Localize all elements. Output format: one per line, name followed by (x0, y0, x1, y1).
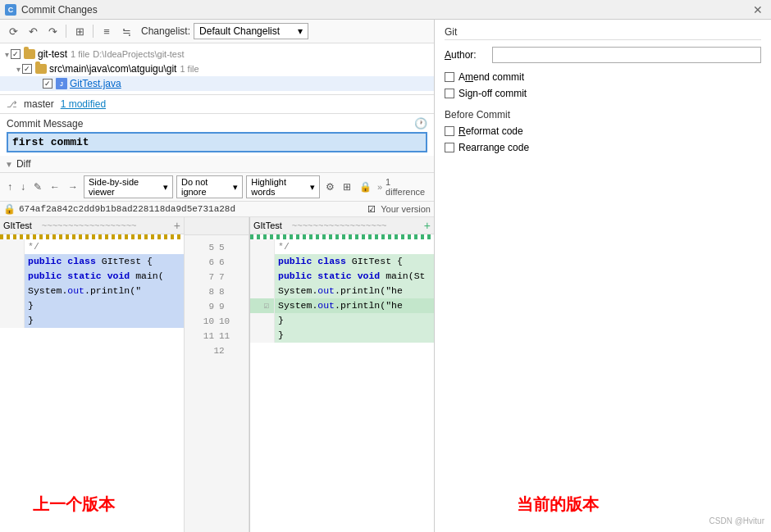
diff-hash-row: 🔒 674af2a842c2dd9b1b8ad228118da9d5e731a2… (0, 202, 434, 217)
changelist-dropdown[interactable]: Default Changelist ▾ (194, 23, 308, 39)
window-title: Commit Changes (21, 4, 98, 16)
folder-icon (24, 49, 35, 59)
right-panel-header: GItTest ~~~~~~~~~~~~~~~~~~ + (250, 217, 434, 234)
tree-row-src[interactable]: ▾ src\main\java\com\atguigu\git 1 file (0, 61, 434, 76)
ignore-label: Do not ignore (181, 177, 230, 197)
center-numbers: 55 66 77 88 99 1010 1111 12 (184, 217, 249, 532)
hash-checkbox[interactable]: ☑ (367, 204, 376, 215)
edit-diff-button[interactable]: ✎ (31, 180, 44, 193)
viewer-label: Side-by-side viewer (89, 177, 161, 197)
right-panel-plus[interactable]: + (424, 219, 431, 232)
columns-diff-button[interactable]: ⊞ (340, 180, 354, 193)
src-name: src\main\java\com\atguigu\git (49, 63, 176, 75)
branch-icon: ⎇ (7, 99, 17, 110)
src-checkbox[interactable] (22, 64, 32, 74)
code-line-r1: public class GItTest { (250, 254, 434, 269)
author-label: Author: (445, 49, 486, 61)
main-container: ⟳ ↶ ↷ ⊞ ≡ ≒ Changelist: Default Changeli… (0, 20, 771, 532)
changelist-label: Changelist: (141, 25, 190, 37)
branch-name: master (24, 98, 54, 110)
diff-count: 1 difference (386, 177, 429, 197)
more-options: » (377, 182, 382, 192)
author-input[interactable] (492, 47, 761, 63)
ignore-arrow: ▾ (233, 182, 238, 193)
file-tree: ▾ git-test 1 file D:\IdeaProjects\git-te… (0, 43, 434, 95)
left-panel-header: GItTest ~~~~~~~~~~~~~~~~~~ + (0, 217, 184, 234)
next-diff-button[interactable]: ↓ (18, 180, 28, 193)
group-button[interactable]: ⊞ (71, 23, 88, 39)
reformat-row: Reformat code (445, 125, 761, 137)
src-meta: 1 file (180, 64, 198, 74)
src-expand-arrow: ▾ (16, 65, 21, 74)
amend-commit-row: Amend commit (445, 71, 761, 83)
toolbar: ⟳ ↶ ↷ ⊞ ≡ ≒ Changelist: Default Changeli… (0, 20, 434, 43)
author-row: Author: (445, 47, 761, 63)
prev-diff-button[interactable]: ↑ (5, 180, 15, 193)
close-button[interactable]: ✕ (750, 3, 766, 16)
amend-checkbox[interactable] (445, 72, 454, 82)
code-views: GItTest ~~~~~~~~~~~~~~~~~~ + */ publ (0, 217, 434, 532)
file-checkbox[interactable] (43, 79, 52, 89)
amend-label: Amend commit (458, 71, 524, 83)
refresh-button[interactable]: ⟳ (5, 23, 21, 39)
code-line-l1: public class GItTest { (0, 254, 184, 269)
clock-icon: 🕐 (414, 117, 427, 130)
right-squiggly-indicator: ~~~~~~~~~~~~~~~~~~ (292, 221, 387, 230)
app-icon: C (5, 4, 16, 16)
root-checkbox[interactable] (11, 49, 21, 59)
code-line-r3: System.out.println("he (250, 284, 434, 298)
separator-1 (66, 25, 66, 38)
hash-text: 674af2a842c2dd9b1b8ad228118da9d5e731a28d (19, 204, 235, 214)
expand-button[interactable]: ≡ (98, 23, 115, 39)
current-version-label: 当前的版本 (517, 493, 599, 516)
reformat-label: Reformat code (458, 125, 523, 137)
undo-button[interactable]: ↶ (25, 23, 41, 39)
your-version-label: Your version (381, 204, 431, 214)
viewer-arrow: ▾ (163, 182, 168, 193)
tree-row-root[interactable]: ▾ git-test 1 file D:\IdeaProjects\git-te… (0, 47, 434, 61)
diff-left-button[interactable]: ← (48, 180, 62, 193)
modified-badge[interactable]: 1 modified (61, 98, 106, 110)
ignore-dropdown[interactable]: Do not ignore ▾ (176, 175, 243, 198)
highlight-dropdown[interactable]: Highlight words ▾ (246, 175, 320, 198)
git-section-title: Git (445, 26, 761, 40)
left-panel-plus[interactable]: + (174, 219, 180, 232)
branch-bar: ⎇ master 1 modified (0, 95, 434, 114)
diff-toolbar: ↑ ↓ ✎ ← → Side-by-side viewer ▾ Do not i… (0, 173, 434, 202)
signoff-checkbox[interactable] (445, 89, 454, 98)
lock-diff-button[interactable]: 🔒 (357, 180, 374, 193)
code-line-l5: } (0, 313, 184, 328)
redo-button[interactable]: ↷ (44, 23, 61, 39)
diff-panel-left: GItTest ~~~~~~~~~~~~~~~~~~ + */ publ (0, 217, 184, 532)
expand-arrow: ▾ (5, 50, 9, 59)
src-folder-icon (35, 64, 47, 74)
code-line-l4: } (0, 298, 184, 313)
file-name: GitTest.java (70, 78, 121, 89)
commit-message-input[interactable] (7, 132, 427, 152)
code-line-r5: } (250, 313, 434, 328)
diff-content: 🔒 674af2a842c2dd9b1b8ad228118da9d5e731a2… (0, 202, 434, 532)
highlight-label: Highlight words (251, 177, 308, 197)
right-panel: Git Author: Amend commit Sign-off commit… (435, 20, 771, 532)
hash-lock-icon: 🔒 (3, 203, 16, 215)
rearrange-row: Rearrange code (445, 142, 761, 153)
commit-message-section: Commit Message 🕐 (0, 114, 434, 156)
title-bar: C Commit Changes ✕ (0, 0, 771, 20)
diff-arrow: ▼ (5, 160, 13, 169)
right-panel-title: GItTest (253, 221, 282, 230)
left-panel-title: GItTest (3, 221, 32, 230)
diff-right-button[interactable]: → (66, 180, 80, 193)
settings-diff-button[interactable]: ⚙ (323, 180, 337, 193)
commit-message-label: Commit Message (7, 118, 83, 130)
rearrange-checkbox[interactable] (445, 143, 454, 152)
separator-2 (93, 25, 94, 38)
diff-panel-right: GItTest ~~~~~~~~~~~~~~~~~~ + */ public c… (249, 217, 434, 532)
left-squiggly-indicator: ~~~~~~~~~~~~~~~~~~ (42, 221, 137, 230)
tree-row-file[interactable]: J GitTest.java (0, 76, 434, 91)
before-commit-section: Before Commit Reformat code Rearrange co… (445, 109, 761, 153)
diff-label: Diff (16, 158, 31, 170)
viewer-dropdown[interactable]: Side-by-side viewer ▾ (84, 175, 173, 198)
reformat-checkbox[interactable] (445, 126, 454, 136)
collapse-button[interactable]: ≒ (118, 23, 135, 39)
diff-section: ▼ Diff ↑ ↓ ✎ ← → Side-by-side viewer ▾ D… (0, 156, 434, 532)
